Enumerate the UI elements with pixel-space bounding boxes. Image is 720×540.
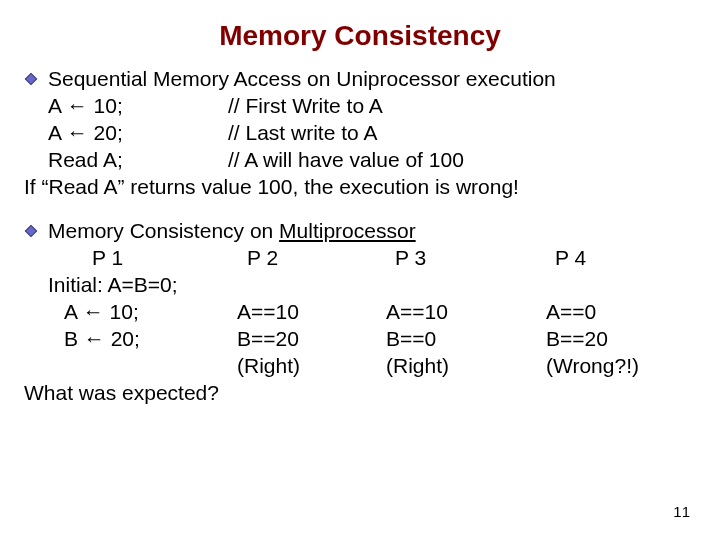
col-p3: P 3 (395, 245, 555, 272)
sec1-l2-comment: // Last write to A (228, 120, 696, 147)
sec1-l3-stmt: Read A; (48, 147, 228, 174)
left-arrow-icon: ← (84, 327, 105, 350)
sec1-l2-val: 20; (88, 121, 123, 144)
svg-rect-0 (25, 73, 36, 84)
diamond-bullet-icon (24, 72, 42, 90)
sec2-r2-p2: B==20 (237, 326, 386, 353)
left-arrow-icon: ← (67, 94, 88, 117)
left-arrow-icon: ← (83, 300, 104, 323)
sec2-r2-val: 20; (105, 327, 140, 350)
sec2-init: Initial: A=B=0; (48, 272, 696, 299)
sec1-l2-var: A (48, 121, 67, 144)
sec2-r1-p4: A==0 (546, 299, 646, 326)
sec2-r1-var: A (64, 300, 83, 323)
sec1-footer: If “Read A” returns value 100, the execu… (24, 174, 696, 201)
sec1-l1-var: A (48, 94, 67, 117)
section-multiprocessor: Memory Consistency on Multiprocessor P 1… (24, 218, 696, 406)
sec2-r1-p2: A==10 (237, 299, 386, 326)
sec1-l1-comment: // First Write to A (228, 93, 696, 120)
sec2-r1-val: 10; (104, 300, 139, 323)
sec2-r1-p3: A==10 (386, 299, 546, 326)
svg-rect-1 (25, 226, 36, 237)
slide: Memory Consistency Sequential Memory Acc… (0, 0, 720, 540)
sec2-r2-var: B (64, 327, 84, 350)
sec2-heading: Memory Consistency on Multiprocessor (48, 218, 696, 245)
sec1-l3-comment: // A will have value of 100 (228, 147, 696, 174)
sec2-r3-p4: (Wrong?!) (546, 353, 646, 380)
diamond-bullet-icon (24, 224, 42, 242)
section-uniprocessor: Sequential Memory Access on Uniprocessor… (24, 66, 696, 200)
col-p1: P 1 (48, 245, 247, 272)
sec2-footer: What was expected? (24, 380, 696, 407)
sec1-heading: Sequential Memory Access on Uniprocessor… (48, 66, 696, 93)
sec2-r3-p2: (Right) (237, 353, 386, 380)
col-p4: P 4 (555, 245, 635, 272)
slide-title: Memory Consistency (24, 20, 696, 52)
page-number: 11 (673, 503, 690, 520)
sec2-r2-p4: B==20 (546, 326, 646, 353)
col-p2: P 2 (247, 245, 395, 272)
left-arrow-icon: ← (67, 121, 88, 144)
sec1-l1-val: 10; (88, 94, 123, 117)
sec2-r3-p3: (Right) (386, 353, 546, 380)
sec2-r2-p3: B==0 (386, 326, 546, 353)
